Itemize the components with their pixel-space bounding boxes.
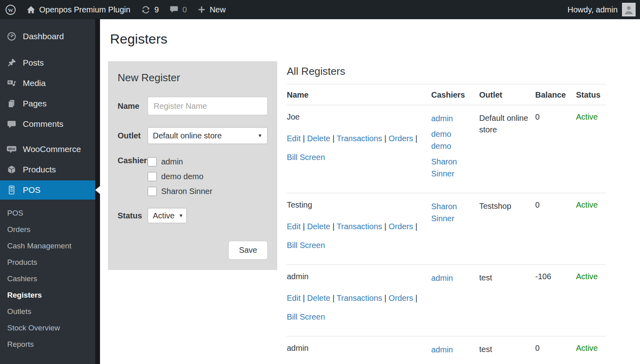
link-separator: | — [300, 222, 307, 231]
submenu-item-outlets[interactable]: Outlets — [0, 303, 95, 320]
register-status: Active — [576, 272, 598, 281]
avatar — [623, 4, 635, 16]
register-name: Joe — [287, 112, 431, 122]
register-actions: Edit | Delete | Transactions | Orders | … — [287, 360, 419, 364]
cashier-label: Cashiers — [118, 156, 148, 165]
submenu-item-label: Cash Management — [7, 242, 72, 250]
register-actions: Edit | Delete | Transactions | Orders | … — [287, 217, 419, 255]
status-select[interactable]: Active ▼ — [148, 208, 187, 223]
woocommerce-icon: Woo — [6, 144, 17, 154]
register-name-input[interactable] — [148, 97, 268, 115]
sidebar-item-pos[interactable]: POS — [0, 180, 95, 200]
update-icon — [141, 5, 151, 15]
submenu-item-products[interactable]: Products — [0, 254, 95, 270]
submenu-item-orders[interactable]: Orders — [0, 221, 95, 238]
link-separator: | — [413, 294, 418, 302]
submenu-item-cashiers[interactable]: Cashiers — [0, 270, 95, 287]
wordpress-logo-icon: W — [5, 4, 16, 15]
sidebar-item-pages[interactable]: Pages — [0, 94, 95, 113]
sidebar-item-products[interactable]: Products — [0, 160, 95, 179]
register-balance: 0 — [535, 112, 540, 121]
cashier-link[interactable]: admin — [431, 344, 472, 356]
main-content: Registers New Register Name Outlet Defau… — [100, 19, 640, 364]
comments-icon — [6, 119, 17, 129]
sidebar-item-dashboard[interactable]: Dashboard — [0, 27, 95, 46]
transactions-link[interactable]: Transactions — [337, 134, 382, 143]
cashier-option-admin[interactable]: admin — [148, 157, 212, 166]
cashier-option-demo-demo[interactable]: demo demo — [148, 172, 212, 181]
delete-link[interactable]: Delete — [307, 294, 330, 302]
caret-down-icon: ▼ — [178, 213, 183, 218]
pos-terminal-icon — [6, 185, 17, 195]
column-header-cashiers: Cashiers — [431, 84, 479, 105]
submenu-item-registers[interactable]: Registers — [0, 287, 95, 303]
sidebar-item-comments[interactable]: Comments — [0, 114, 95, 134]
updates-button[interactable]: 9 — [136, 0, 164, 19]
pages-icon — [6, 99, 17, 108]
save-button[interactable]: Save — [228, 241, 268, 260]
cashier-checkbox[interactable] — [148, 172, 157, 181]
new-button[interactable]: New — [192, 0, 231, 19]
sidebar-item-label: Media — [23, 78, 46, 88]
bill-screen-link[interactable]: Bill Screen — [287, 153, 325, 162]
submenu-item-label: Reports — [7, 340, 34, 349]
link-separator: | — [330, 294, 337, 302]
visit-site-link[interactable]: Openpos Premium Plugin — [21, 0, 136, 19]
sidebar-item-media[interactable]: Media — [0, 74, 95, 93]
sidebar-item-label: Pages — [23, 99, 47, 108]
orders-link[interactable]: Orders — [389, 294, 413, 302]
cashier-link[interactable]: Sharon Sinner — [431, 156, 472, 180]
cashier-checkbox[interactable] — [148, 157, 157, 166]
submenu-item-label: Cashiers — [7, 274, 37, 283]
submenu-item-label: Orders — [7, 225, 30, 234]
cashier-link[interactable]: demo demo — [431, 128, 472, 152]
howdy-text: Howdy, admin — [568, 5, 618, 14]
delete-link[interactable]: Delete — [307, 222, 330, 231]
dashboard-icon — [6, 32, 17, 41]
register-status: Active — [576, 344, 598, 352]
cashier-option-label: admin — [161, 157, 183, 166]
edit-link[interactable]: Edit — [287, 294, 300, 302]
register-outlet: Default online store — [479, 112, 532, 136]
edit-link[interactable]: Edit — [287, 134, 300, 143]
orders-link[interactable]: Orders — [389, 222, 413, 231]
submenu-item-label: Products — [7, 258, 37, 267]
outlet-select[interactable]: Default online store ▼ — [148, 127, 268, 144]
page-title: Registers — [110, 31, 640, 47]
register-row: adminEdit | Delete | Transactions | Orde… — [287, 336, 606, 364]
sidebar-item-woocommerce[interactable]: WooWooCommerce — [0, 140, 95, 159]
submenu-item-cash-management[interactable]: Cash Management — [0, 238, 95, 254]
cashier-link[interactable]: admin — [431, 272, 472, 284]
register-name: admin — [287, 272, 431, 281]
cashier-checkbox[interactable] — [148, 187, 157, 196]
wordpress-logo-menu[interactable]: W — [0, 0, 21, 19]
transactions-link[interactable]: Transactions — [337, 294, 382, 302]
outlet-selected-value: Default online store — [153, 131, 222, 140]
comments-button[interactable]: 0 — [164, 0, 192, 19]
orders-link[interactable]: Orders — [389, 134, 413, 143]
bill-screen-link[interactable]: Bill Screen — [287, 241, 325, 250]
edit-link[interactable]: Edit — [287, 222, 300, 231]
register-actions: Edit | Delete | Transactions | Orders | … — [287, 289, 419, 326]
delete-link[interactable]: Delete — [307, 134, 330, 143]
register-cashiers: admindemo demoSharon Sinner — [431, 105, 479, 193]
cashier-option-sharon-sinner[interactable]: Sharon Sinner — [148, 187, 212, 196]
sidebar-item-label: Comments — [23, 119, 64, 129]
cashier-option-label: Sharon Sinner — [161, 187, 212, 196]
register-balance: -106 — [535, 272, 551, 281]
submenu-item-pos[interactable]: POS — [0, 205, 95, 221]
transactions-link[interactable]: Transactions — [337, 222, 382, 231]
submenu-item-label: Outlets — [7, 307, 31, 316]
status-selected-value: Active — [153, 211, 174, 220]
bill-screen-link[interactable]: Bill Screen — [287, 312, 325, 321]
table-title: All Registers — [287, 65, 606, 78]
cashier-link[interactable]: Sharon Sinner — [431, 200, 472, 224]
site-name: Openpos Premium Plugin — [39, 5, 130, 14]
cashier-link[interactable]: admin — [431, 112, 472, 124]
register-name: Testing — [287, 200, 431, 210]
submenu-item-stock-overview[interactable]: Stock Overview — [0, 320, 95, 336]
account-menu[interactable]: Howdy, admin — [562, 0, 640, 19]
submenu-item-reports[interactable]: Reports — [0, 336, 95, 352]
sidebar-item-posts[interactable]: Posts — [0, 53, 95, 72]
register-name: admin — [287, 344, 431, 353]
